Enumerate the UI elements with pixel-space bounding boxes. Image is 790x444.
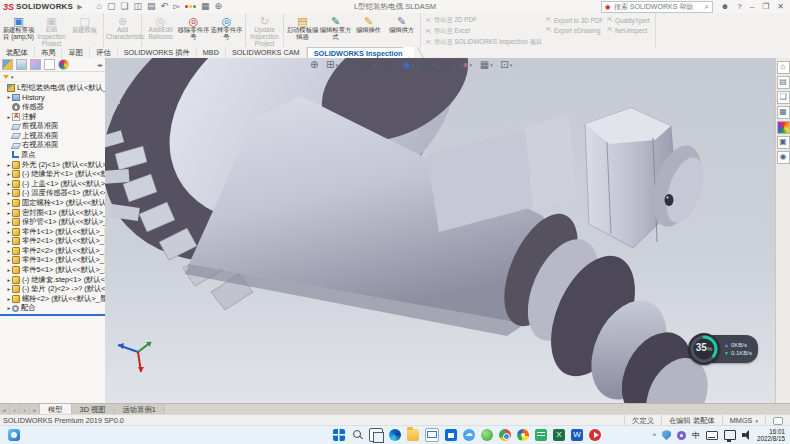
view-orientation-icon[interactable]: ◆ bbox=[403, 59, 411, 70]
tree-item[interactable]: ▸零件2<1> (默认<<默认>_显示状 bbox=[0, 237, 105, 247]
tree-item[interactable]: L型铠装热电偶 (默认<默认_显示状态-1 bbox=[0, 83, 105, 93]
options-icon[interactable]: ⊛ bbox=[215, 2, 223, 11]
network-monitor-widget[interactable]: 35% ▲0KB/s ▼0.1KB/s bbox=[688, 334, 758, 364]
featuremanager-tab-icon[interactable] bbox=[2, 59, 13, 70]
tab-SOLIDWORKS 插件[interactable]: SOLIDWORKS 插件 bbox=[118, 47, 197, 58]
remove-balloons-button[interactable]: ◎移除零件序号 bbox=[177, 14, 210, 41]
chrome-icon[interactable] bbox=[499, 429, 511, 441]
tree-item[interactable]: ▸(-) 绝缘套.step<1> (默认<<默认> bbox=[0, 275, 105, 285]
restore-button[interactable]: ❐ bbox=[760, 2, 771, 11]
edit-vendors-button[interactable]: ✎编辑供方 bbox=[385, 14, 418, 34]
tree-item[interactable]: ▸零件5<1> (默认<<默认>_显示状 bbox=[0, 265, 105, 275]
solidworks-forum-icon[interactable]: ◉ bbox=[777, 151, 790, 164]
cloud-app-icon[interactable] bbox=[463, 429, 475, 441]
start-icon[interactable] bbox=[333, 429, 345, 441]
tree-item[interactable]: 右视基准面 bbox=[0, 141, 105, 151]
propertymanager-tab-icon[interactable] bbox=[16, 59, 27, 70]
tree-item[interactable]: ▸固定螺栓<1> (默认<<默认>_显示 bbox=[0, 198, 105, 208]
tree-item[interactable]: ▸配合 bbox=[0, 304, 105, 314]
office-app-icon[interactable]: X bbox=[553, 429, 565, 441]
dynamic-annotation-views-icon[interactable]: ▤ bbox=[382, 59, 391, 70]
user-button[interactable]: ☻ bbox=[719, 2, 731, 11]
file-explorer-icon[interactable] bbox=[407, 429, 419, 441]
tree-item[interactable]: ▸外壳 (2)<1> (默认<<默认>_显示状 bbox=[0, 160, 105, 170]
hidden-icons-chevron[interactable]: ^ bbox=[653, 432, 656, 439]
view-palette-icon[interactable]: ▦ bbox=[777, 106, 790, 119]
tree-filter[interactable]: ▾ bbox=[0, 72, 105, 82]
appearances-scenes-icon[interactable] bbox=[777, 121, 790, 134]
home-icon[interactable]: ⌂ bbox=[97, 2, 102, 11]
undo-icon[interactable]: ↶ bbox=[161, 2, 169, 11]
select-balloons-button[interactable]: ◎选择零件序号 bbox=[210, 14, 243, 41]
view-settings-icon[interactable]: ⊡ bbox=[500, 59, 508, 70]
tab-草图[interactable]: 草图 bbox=[62, 47, 90, 58]
print-icon[interactable]: ▤ bbox=[147, 2, 156, 11]
edit-appearance-icon[interactable]: ● bbox=[462, 59, 468, 70]
store-icon[interactable] bbox=[445, 429, 457, 441]
custom-properties-icon[interactable]: ▣ bbox=[777, 136, 790, 149]
performance-icon[interactable] bbox=[185, 5, 196, 8]
search-input[interactable]: ◉ 搜索 SOLIDWORKS 帮助 ⌕ bbox=[601, 1, 713, 13]
hide-show-items-icon[interactable]: ◎ bbox=[443, 59, 452, 70]
tab-MBD[interactable]: MBD bbox=[197, 47, 226, 58]
tree-item[interactable]: ▸History bbox=[0, 93, 105, 103]
browser-app-icon[interactable] bbox=[517, 429, 529, 441]
display-style-icon[interactable]: ▣ bbox=[422, 59, 431, 70]
mail-icon[interactable] bbox=[425, 428, 439, 442]
edge-icon[interactable] bbox=[389, 429, 401, 441]
tab-SOLIDWORKS Inspection[interactable]: SOLIDWORKS Inspection bbox=[307, 47, 410, 58]
minimize-button[interactable]: – bbox=[748, 2, 756, 11]
solidworks-resources-icon[interactable]: ⌂ bbox=[777, 61, 790, 74]
design-library-icon[interactable]: ▤ bbox=[777, 76, 790, 89]
display-icon[interactable] bbox=[724, 430, 736, 440]
launch-template-editor-button[interactable]: ▤启动模板编辑器 bbox=[286, 14, 319, 41]
previous-view-icon[interactable]: ↺ bbox=[346, 59, 354, 70]
tree-item[interactable]: ▸(-) 绝缘垫片<1> (默认<<默认>_显 bbox=[0, 169, 105, 179]
media-app-icon[interactable] bbox=[589, 429, 601, 441]
defender-shield-icon[interactable] bbox=[662, 430, 671, 440]
tree-item[interactable]: 传感器 bbox=[0, 102, 105, 112]
menu-expand-arrow-icon[interactable]: ▶ bbox=[77, 3, 82, 11]
tree-item[interactable]: 上视基准面 bbox=[0, 131, 105, 141]
taskbar-clock[interactable]: 16:01 2022/8/15 bbox=[757, 428, 785, 442]
3d-model[interactable] bbox=[105, 58, 776, 404]
tree-item[interactable]: ▸(-) 垫片 (2)<2> ->? (默认<<默认> bbox=[0, 284, 105, 294]
tree-item[interactable]: ▸(-) 上盖<1> (默认<<默认>_显示状 bbox=[0, 179, 105, 189]
tree-item[interactable]: ▸保护管<1> (默认<<默认>_显示状 bbox=[0, 217, 105, 227]
tree-item[interactable]: ▸零件2<2> (默认<<默认>_显示状 bbox=[0, 246, 105, 256]
search-icon[interactable] bbox=[351, 429, 363, 441]
displaymanager-tab-icon[interactable] bbox=[58, 59, 69, 70]
edit-operations-button[interactable]: ✎编辑操作 bbox=[352, 14, 385, 34]
word-icon[interactable]: W bbox=[571, 429, 583, 441]
location-badge-icon[interactable] bbox=[677, 431, 686, 440]
help-button[interactable]: ? bbox=[735, 2, 743, 11]
zoom-to-area-icon[interactable]: ⊞ bbox=[326, 59, 334, 70]
grid-icon[interactable]: ▦ bbox=[201, 2, 210, 11]
graphics-area[interactable]: ⊕·⊞▾·↺·◪▾·▤▾·◆▾·▣▾·◎▾·●▾·▦▾·⊡▾· 35% ▲0KB… bbox=[105, 58, 776, 404]
widgets-icon[interactable] bbox=[8, 429, 20, 441]
tree-item[interactable]: ▸注解 bbox=[0, 112, 105, 122]
tab-SOLIDWORKS CAM[interactable]: SOLIDWORKS CAM bbox=[226, 47, 307, 58]
volume-icon[interactable] bbox=[742, 430, 751, 440]
tree-item[interactable]: 原点 bbox=[0, 150, 105, 160]
panel-tab-arrows[interactable]: ◂▸ bbox=[97, 61, 103, 68]
dimxpertmanager-tab-icon[interactable] bbox=[44, 59, 55, 70]
zoom-to-fit-icon[interactable]: ⊕ bbox=[310, 59, 318, 70]
rollback-bar[interactable] bbox=[0, 314, 105, 316]
tab-布局[interactable]: 布局 bbox=[35, 47, 63, 58]
notes-app-icon[interactable] bbox=[535, 429, 547, 441]
file-explorer-icon[interactable]: ❏ bbox=[777, 91, 790, 104]
section-view-icon[interactable]: ◪ bbox=[362, 59, 371, 70]
task-view-icon[interactable] bbox=[369, 428, 383, 442]
tree-item[interactable]: ▸零件3<1> (默认<<默认>_显示状 bbox=[0, 256, 105, 266]
security-app-icon[interactable] bbox=[481, 429, 493, 441]
apply-scene-icon[interactable]: ▦ bbox=[480, 59, 489, 70]
open-document-icon[interactable]: ❏ bbox=[120, 2, 128, 11]
select-icon[interactable]: ▻ bbox=[173, 2, 180, 11]
tree-item[interactable]: ▸密封圈<1> (默认<<默认>_显示状 bbox=[0, 208, 105, 218]
configurationmanager-tab-icon[interactable] bbox=[30, 59, 41, 70]
tab-装配体[interactable]: 装配体 bbox=[0, 47, 35, 58]
save-icon[interactable]: ◫ bbox=[134, 2, 143, 11]
tab-评估[interactable]: 评估 bbox=[90, 47, 118, 58]
edit-methods-button[interactable]: ✎编辑检查方式 bbox=[319, 14, 352, 41]
